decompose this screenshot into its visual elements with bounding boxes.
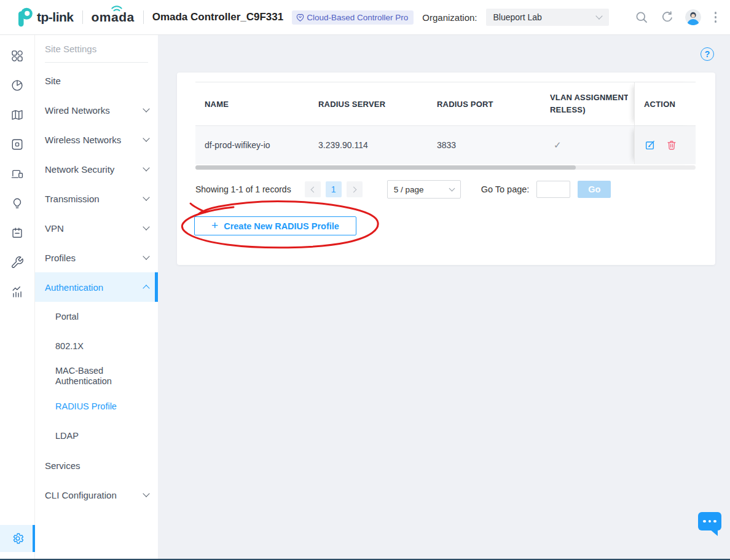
page-size-select[interactable]: 5 / page <box>387 180 461 199</box>
brand-name: tp-link <box>37 10 74 25</box>
sidebar-item-label: Services <box>45 460 80 471</box>
sidebar-item-label: Network Security <box>45 164 114 175</box>
refresh-icon[interactable] <box>659 9 675 25</box>
avatar[interactable] <box>685 9 701 25</box>
icon-rail <box>0 35 35 559</box>
settings-gear-icon[interactable] <box>0 525 35 552</box>
sidebar-subitem-label: MAC-Based Authentication <box>55 366 143 386</box>
sidebar-item-transmission[interactable]: Transmission <box>35 184 158 213</box>
sidebar-subitem-ldap[interactable]: LDAP <box>35 421 158 451</box>
sidebar-item-network-security[interactable]: Network Security <box>35 154 158 184</box>
wifi-arcs-icon <box>111 6 123 12</box>
reports-icon[interactable] <box>10 285 24 299</box>
scrollbar-thumb[interactable] <box>195 165 576 170</box>
horizontal-scrollbar <box>195 165 696 170</box>
tp-link-logo-icon <box>12 6 36 29</box>
next-page-button[interactable] <box>347 181 363 197</box>
delete-icon[interactable] <box>665 139 678 151</box>
sidebar-item-vpn[interactable]: VPN <box>35 213 158 243</box>
sidebar: Site Settings Site Wired Networks Wirele… <box>35 35 158 559</box>
chevron-down-icon <box>143 223 149 230</box>
divider <box>45 62 148 63</box>
statistics-icon[interactable] <box>10 79 24 92</box>
table-header-row: NAME RADIUS SERVER RADIUS PORT VLAN ASSI… <box>195 82 696 126</box>
sidebar-item-label: Profiles <box>45 253 76 263</box>
column-header-name: NAME <box>195 100 309 109</box>
cell-name: df-prod-wifikey-io <box>195 140 309 150</box>
chevron-down-icon <box>143 253 149 259</box>
edit-icon[interactable] <box>644 139 656 151</box>
create-button-label: Create New RADIUS Profile <box>224 221 339 231</box>
organization-label: Organization: <box>422 12 477 23</box>
shield-heart-icon <box>296 13 305 22</box>
badge-label: Cloud-Based Controller Pro <box>307 13 408 22</box>
sidebar-item-profiles[interactable]: Profiles <box>35 243 158 272</box>
chevron-down-icon <box>143 490 149 497</box>
sidebar-item-label: Authentication <box>45 282 103 293</box>
sidebar-section-title: Site Settings <box>35 35 158 54</box>
sidebar-subitem-mac-based-authentication[interactable]: MAC-Based Authentication <box>35 361 152 392</box>
divider <box>82 10 83 24</box>
sidebar-subitem-label: LDAP <box>55 431 79 441</box>
omada-controller-screen: tp-link omada Omada Controller_C9F331 Cl… <box>0 0 730 560</box>
chevron-down-icon <box>143 194 149 200</box>
plus-icon: + <box>211 219 218 231</box>
clients-icon[interactable] <box>10 167 24 181</box>
radius-profile-card: NAME RADIUS SERVER RADIUS PORT VLAN ASSI… <box>177 73 715 265</box>
map-icon[interactable] <box>10 108 24 122</box>
omada-logo: omada <box>92 10 135 25</box>
kebab-menu-icon[interactable] <box>711 9 721 25</box>
sidebar-subitem-label: Portal <box>55 312 79 322</box>
create-new-radius-profile-button[interactable]: + Create New RADIUS Profile <box>194 216 356 235</box>
tools-icon[interactable] <box>10 256 24 269</box>
sidebar-subitem-label: 802.1X <box>55 341 84 352</box>
column-header-vlan-assignment: VLAN ASSIGNMENT (WI RELESS) <box>541 92 634 116</box>
page-size-value: 5 / page <box>394 185 450 194</box>
sidebar-subitem-label: RADIUS Profile <box>55 401 117 412</box>
devices-icon[interactable] <box>10 138 24 151</box>
column-header-radius-port: RADIUS PORT <box>428 100 541 109</box>
sidebar-item-site[interactable]: Site <box>35 66 158 95</box>
sidebar-subitem-radius-profile[interactable]: RADIUS Profile <box>35 392 158 421</box>
controller-pro-badge: Cloud-Based Controller Pro <box>292 10 414 25</box>
top-bar: tp-link omada Omada Controller_C9F331 Cl… <box>0 0 730 35</box>
sidebar-item-label: CLI Configuration <box>45 490 117 500</box>
goto-page-input[interactable] <box>536 181 570 198</box>
chevron-up-icon <box>143 285 149 291</box>
search-icon[interactable] <box>634 9 650 25</box>
controller-title: Omada Controller_C9F331 <box>152 11 284 23</box>
sidebar-item-wired-networks[interactable]: Wired Networks <box>35 95 158 125</box>
insights-icon[interactable] <box>10 197 24 210</box>
column-header-action: ACTION <box>634 82 696 125</box>
organization-value: Blueport Lab <box>493 12 597 22</box>
go-button[interactable]: Go <box>578 181 611 198</box>
logs-icon[interactable] <box>10 226 24 240</box>
check-icon: ✓ <box>550 140 562 150</box>
sidebar-item-wireless-networks[interactable]: Wireless Networks <box>35 125 158 154</box>
sidebar-subitem-8021x[interactable]: 802.1X <box>35 331 158 361</box>
organization-select[interactable]: Blueport Lab <box>486 9 609 26</box>
page-number-button[interactable]: 1 <box>326 181 342 197</box>
prev-page-button[interactable] <box>305 181 321 197</box>
sidebar-item-services[interactable]: Services <box>35 451 158 480</box>
pagination: Showing 1-1 of 1 records 1 5 / page Go T… <box>195 180 715 199</box>
chevron-down-icon <box>449 185 455 191</box>
sidebar-item-label: Wireless Networks <box>45 135 121 145</box>
chat-support-icon[interactable] <box>698 512 721 530</box>
sidebar-subitem-portal[interactable]: Portal <box>35 302 158 331</box>
column-header-radius-server: RADIUS SERVER <box>309 100 428 109</box>
dashboard-icon[interactable] <box>10 49 24 63</box>
cell-radius-port: 3833 <box>428 140 541 150</box>
sidebar-item-cli-configuration[interactable]: CLI Configuration <box>35 480 158 510</box>
chevron-down-icon <box>143 164 149 171</box>
radius-profile-table: NAME RADIUS SERVER RADIUS PORT VLAN ASSI… <box>195 82 696 170</box>
main-content: ? NAME RADIUS SERVER RADIUS PORT VLAN AS… <box>158 35 730 559</box>
sidebar-item-authentication[interactable]: Authentication <box>35 272 158 302</box>
records-summary: Showing 1-1 of 1 records <box>195 184 291 194</box>
table-row: df-prod-wifikey-io 3.239.90.114 3833 ✓ <box>195 126 696 164</box>
chevron-down-icon <box>595 12 602 19</box>
divider <box>143 10 144 24</box>
help-icon[interactable]: ? <box>701 47 714 61</box>
sidebar-item-label: Transmission <box>45 194 100 204</box>
omada-logo-text: omada <box>92 10 135 24</box>
